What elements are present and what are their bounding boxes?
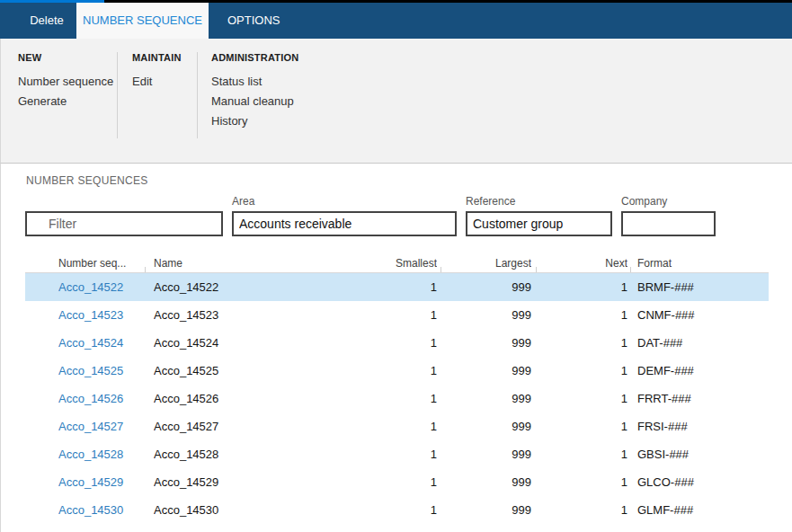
format-cell: FRRT-### bbox=[627, 385, 769, 412]
largest-cell: 999 bbox=[437, 329, 531, 357]
ribbon-group-administration-title: ADMINISTRATION bbox=[211, 52, 298, 63]
ribbon-separator bbox=[117, 52, 118, 138]
reference-input[interactable] bbox=[466, 211, 612, 236]
number-sequence-link[interactable]: Acco_14529 bbox=[58, 468, 154, 496]
largest-cell: 999 bbox=[437, 496, 531, 524]
next-cell: 1 bbox=[531, 412, 627, 440]
smallest-cell: 1 bbox=[364, 301, 437, 329]
company-label: Company bbox=[621, 195, 667, 208]
generate-button[interactable]: Generate bbox=[18, 95, 113, 107]
smallest-cell: 1 bbox=[364, 357, 437, 385]
table-row[interactable]: Acco_14525 Acco_14525 1 999 1 DEMF-### bbox=[25, 357, 769, 385]
format-cell: GLMF-### bbox=[627, 496, 769, 524]
delete-button[interactable]: Delete bbox=[0, 3, 76, 39]
command-bar: Delete NUMBER SEQUENCE OPTIONS bbox=[0, 3, 792, 39]
name-cell: Acco_14522 bbox=[154, 273, 364, 301]
next-cell: 1 bbox=[531, 301, 627, 329]
table-row[interactable]: Acco_14529 Acco_14529 1 999 1 GLCO-### bbox=[25, 468, 769, 496]
table-row[interactable]: Acco_14526 Acco_14526 1 999 1 FRRT-### bbox=[25, 385, 769, 412]
content-panel: NUMBER SEQUENCES Area Reference Company … bbox=[0, 164, 792, 532]
number-sequence-link[interactable]: Acco_14526 bbox=[58, 385, 154, 412]
column-header-number-sequence[interactable]: Number seq... bbox=[58, 254, 154, 272]
smallest-cell: 1 bbox=[364, 440, 437, 468]
table-row[interactable]: Acco_14527 Acco_14527 1 999 1 FRSI-### bbox=[25, 412, 769, 440]
next-cell: 1 bbox=[531, 357, 627, 385]
table-header: Number seq... Name Smallest Largest Next… bbox=[25, 254, 769, 273]
largest-cell: 999 bbox=[437, 385, 531, 412]
column-header-largest[interactable]: Largest bbox=[437, 254, 531, 272]
ribbon: NEW Number sequence Generate MAINTAIN Ed… bbox=[0, 39, 792, 164]
number-sequence-button[interactable]: Number sequence bbox=[18, 75, 113, 87]
next-cell: 1 bbox=[531, 273, 627, 301]
tab-options[interactable]: OPTIONS bbox=[209, 3, 280, 39]
next-cell: 1 bbox=[531, 440, 627, 468]
largest-cell: 999 bbox=[437, 273, 531, 301]
ribbon-group-administration: ADMINISTRATION Status list Manual cleanu… bbox=[211, 52, 298, 135]
table-row[interactable]: Acco_14530 Acco_14530 1 999 1 GLMF-### bbox=[25, 496, 769, 524]
ribbon-separator bbox=[197, 52, 198, 138]
format-cell: DAT-### bbox=[627, 329, 769, 357]
name-cell: Acco_14527 bbox=[154, 412, 364, 440]
number-sequence-link[interactable]: Acco_14528 bbox=[58, 440, 154, 468]
name-cell: Acco_14525 bbox=[154, 357, 364, 385]
company-input[interactable] bbox=[621, 211, 716, 236]
next-cell: 1 bbox=[531, 468, 627, 496]
column-header-name[interactable]: Name bbox=[154, 254, 364, 272]
reference-label: Reference bbox=[466, 195, 515, 208]
format-cell: GLCO-### bbox=[627, 468, 769, 496]
page-title: NUMBER SEQUENCES bbox=[26, 174, 148, 187]
column-divider bbox=[630, 267, 631, 272]
next-cell: 1 bbox=[531, 329, 627, 357]
area-label: Area bbox=[232, 195, 254, 208]
app-window: Delete NUMBER SEQUENCE OPTIONS NEW Numbe… bbox=[0, 0, 792, 532]
smallest-cell: 1 bbox=[364, 412, 437, 440]
number-sequence-link[interactable]: Acco_14530 bbox=[58, 496, 154, 524]
table-row[interactable]: Acco_14524 Acco_14524 1 999 1 DAT-### bbox=[25, 329, 769, 357]
largest-cell: 999 bbox=[437, 412, 531, 440]
ribbon-group-maintain: MAINTAIN Edit bbox=[132, 52, 182, 95]
smallest-cell: 1 bbox=[364, 329, 437, 357]
ribbon-group-new-title: NEW bbox=[18, 52, 113, 63]
format-cell: GBSI-### bbox=[627, 440, 769, 468]
format-cell: CNMF-### bbox=[627, 301, 769, 329]
number-sequence-link[interactable]: Acco_14525 bbox=[58, 357, 154, 385]
name-cell: Acco_14528 bbox=[154, 440, 364, 468]
largest-cell: 999 bbox=[437, 440, 531, 468]
next-cell: 1 bbox=[531, 496, 627, 524]
table-row[interactable]: Acco_14528 Acco_14528 1 999 1 GBSI-### bbox=[25, 440, 769, 468]
column-header-next[interactable]: Next bbox=[531, 254, 627, 272]
smallest-cell: 1 bbox=[364, 385, 437, 412]
edit-button[interactable]: Edit bbox=[132, 75, 182, 87]
format-cell: BRMF-### bbox=[627, 273, 769, 301]
column-header-format[interactable]: Format bbox=[627, 254, 769, 272]
status-list-button[interactable]: Status list bbox=[211, 75, 298, 87]
column-divider bbox=[536, 267, 537, 272]
smallest-cell: 1 bbox=[364, 273, 437, 301]
name-cell: Acco_14526 bbox=[154, 385, 364, 412]
tab-number-sequence[interactable]: NUMBER SEQUENCE bbox=[76, 3, 209, 39]
largest-cell: 999 bbox=[437, 357, 531, 385]
smallest-cell: 1 bbox=[364, 468, 437, 496]
area-input[interactable] bbox=[232, 211, 457, 236]
next-cell: 1 bbox=[531, 385, 627, 412]
history-button[interactable]: History bbox=[211, 115, 298, 127]
ribbon-group-maintain-title: MAINTAIN bbox=[132, 52, 182, 63]
format-cell: FRSI-### bbox=[627, 412, 769, 440]
table-row[interactable]: Acco_14522 Acco_14522 1 999 1 BRMF-### bbox=[25, 273, 769, 301]
number-sequence-link[interactable]: Acco_14527 bbox=[58, 412, 154, 440]
largest-cell: 999 bbox=[437, 301, 531, 329]
largest-cell: 999 bbox=[437, 468, 531, 496]
name-cell: Acco_14523 bbox=[154, 301, 364, 329]
ribbon-group-new: NEW Number sequence Generate bbox=[18, 52, 113, 115]
table-row[interactable]: Acco_14523 Acco_14523 1 999 1 CNMF-### bbox=[25, 301, 769, 329]
number-sequence-link[interactable]: Acco_14524 bbox=[58, 329, 154, 357]
format-cell: DEMF-### bbox=[627, 357, 769, 385]
name-cell: Acco_14529 bbox=[154, 468, 364, 496]
filter-input[interactable] bbox=[25, 211, 223, 236]
name-cell: Acco_14524 bbox=[154, 329, 364, 357]
number-sequence-link[interactable]: Acco_14523 bbox=[58, 301, 154, 329]
number-sequence-link[interactable]: Acco_14522 bbox=[58, 273, 154, 301]
smallest-cell: 1 bbox=[364, 496, 437, 524]
column-header-smallest[interactable]: Smallest bbox=[364, 254, 437, 272]
manual-cleanup-button[interactable]: Manual cleanup bbox=[211, 95, 298, 107]
